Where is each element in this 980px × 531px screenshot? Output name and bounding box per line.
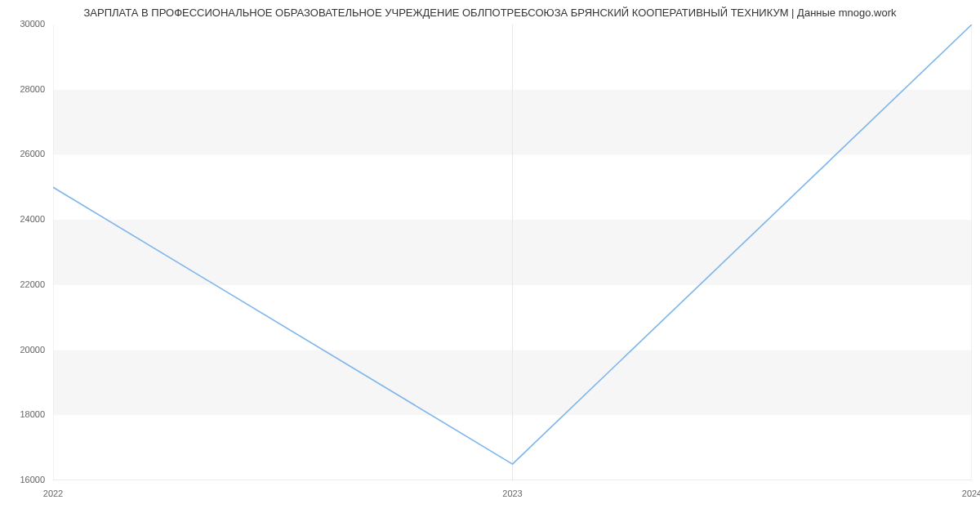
y-tick-label: 22000 <box>0 279 45 289</box>
y-tick-label: 24000 <box>0 214 45 224</box>
x-tick-label: 2024 <box>962 489 980 498</box>
y-tick-label: 20000 <box>0 345 45 355</box>
x-tick-label: 2023 <box>502 489 522 498</box>
y-tick-label: 26000 <box>0 149 45 158</box>
plot-svg <box>53 25 972 480</box>
plot-area <box>53 25 972 480</box>
x-tick-label: 2022 <box>43 489 63 498</box>
chart-title: ЗАРПЛАТА В ПРОФЕССИОНАЛЬНОЕ ОБРАЗОВАТЕЛЬ… <box>0 7 980 19</box>
y-tick-label: 16000 <box>0 475 45 484</box>
salary-line-chart: ЗАРПЛАТА В ПРОФЕССИОНАЛЬНОЕ ОБРАЗОВАТЕЛЬ… <box>0 0 980 506</box>
y-tick-label: 28000 <box>0 84 45 94</box>
y-tick-label: 18000 <box>0 409 45 419</box>
y-tick-label: 30000 <box>0 19 45 29</box>
